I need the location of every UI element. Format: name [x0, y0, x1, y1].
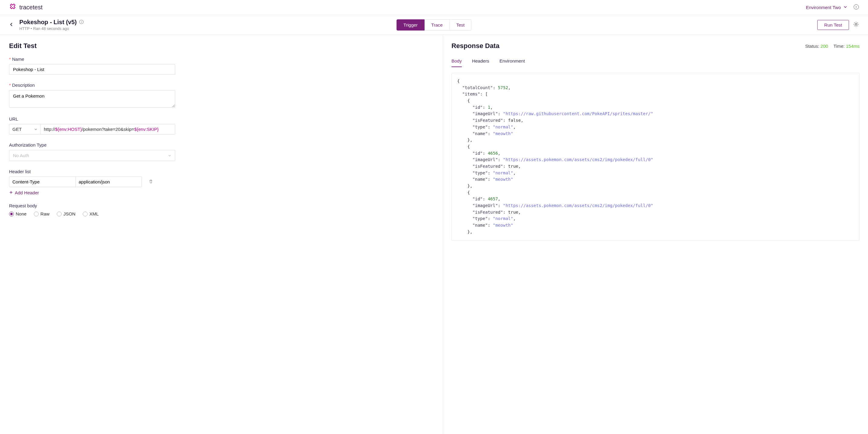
body-option-none[interactable]: None — [9, 211, 27, 216]
environment-dropdown[interactable]: Environment Two — [806, 5, 847, 10]
back-button[interactable] — [9, 22, 14, 28]
svg-rect-4 — [81, 22, 82, 23]
url-input[interactable]: http://${env:HOST}/pokemon?take=20&skip=… — [41, 124, 175, 135]
info-icon[interactable] — [79, 20, 84, 25]
page-title: Pokeshop - List (v5) — [19, 19, 77, 26]
url-label: URL — [9, 116, 434, 121]
time-value: 154ms — [846, 44, 860, 49]
tab-test[interactable]: Test — [450, 19, 472, 31]
chevron-down-icon — [843, 5, 847, 10]
auth-label: Authorization Type — [9, 142, 434, 147]
help-icon[interactable] — [854, 4, 859, 10]
body-label: Request body — [9, 203, 434, 208]
response-tab-body[interactable]: Body — [452, 58, 462, 67]
header-value-input[interactable] — [76, 176, 142, 187]
brand-icon — [9, 3, 17, 12]
tab-trigger[interactable]: Trigger — [397, 19, 425, 31]
header-key-input[interactable] — [9, 176, 76, 187]
response-panel: Response Data Status: 200 Time: 154ms Bo… — [443, 35, 868, 434]
plus-icon — [9, 190, 13, 195]
response-tab-environment[interactable]: Environment — [499, 58, 525, 67]
description-input[interactable] — [9, 90, 175, 108]
svg-point-1 — [856, 8, 857, 9]
delete-header-icon[interactable] — [149, 179, 153, 185]
body-option-raw[interactable]: Raw — [34, 211, 50, 216]
sub-header: Pokeshop - List (v5) HTTP • Ran 48 secon… — [0, 15, 868, 35]
add-header-button[interactable]: Add Header — [9, 190, 434, 195]
tab-trace[interactable]: Trace — [425, 19, 450, 31]
description-label: Description — [9, 83, 434, 88]
mode-tabs: Trigger Trace Test — [397, 19, 471, 31]
name-label: Name — [9, 57, 434, 62]
body-type-radios: None Raw JSON XML — [9, 211, 434, 216]
response-tab-headers[interactable]: Headers — [472, 58, 489, 67]
edit-title: Edit Test — [9, 42, 434, 50]
svg-point-3 — [81, 21, 82, 22]
svg-point-0 — [854, 4, 859, 9]
method-select[interactable]: GET — [9, 124, 41, 135]
response-tabs: Body Headers Environment — [452, 58, 860, 67]
status-value: 200 — [820, 44, 828, 49]
response-meta: Status: 200 Time: 154ms — [805, 44, 860, 49]
chevron-down-icon — [168, 153, 171, 158]
response-body[interactable]: { "totalCount": 5752, "items": [ { "id":… — [452, 73, 860, 240]
auth-select[interactable]: No Auth — [9, 150, 175, 161]
environment-label: Environment Two — [806, 5, 841, 10]
header-row — [9, 176, 434, 187]
edit-panel: Edit Test Name Description URL GET http:… — [0, 35, 443, 434]
page-meta: HTTP • Ran 48 seconds ago — [19, 26, 84, 31]
svg-point-5 — [855, 24, 857, 25]
run-test-button[interactable]: Run Test — [817, 20, 849, 30]
response-title: Response Data — [452, 42, 499, 50]
body-option-json[interactable]: JSON — [57, 211, 75, 216]
brand-text: tracetest — [19, 4, 42, 11]
header-list-label: Header list — [9, 169, 434, 174]
settings-icon[interactable] — [853, 22, 859, 28]
chevron-down-icon — [34, 127, 37, 132]
brand[interactable]: tracetest — [9, 3, 42, 12]
body-option-xml[interactable]: XML — [83, 211, 99, 216]
name-input[interactable] — [9, 64, 175, 75]
top-bar: tracetest Environment Two — [0, 0, 868, 15]
